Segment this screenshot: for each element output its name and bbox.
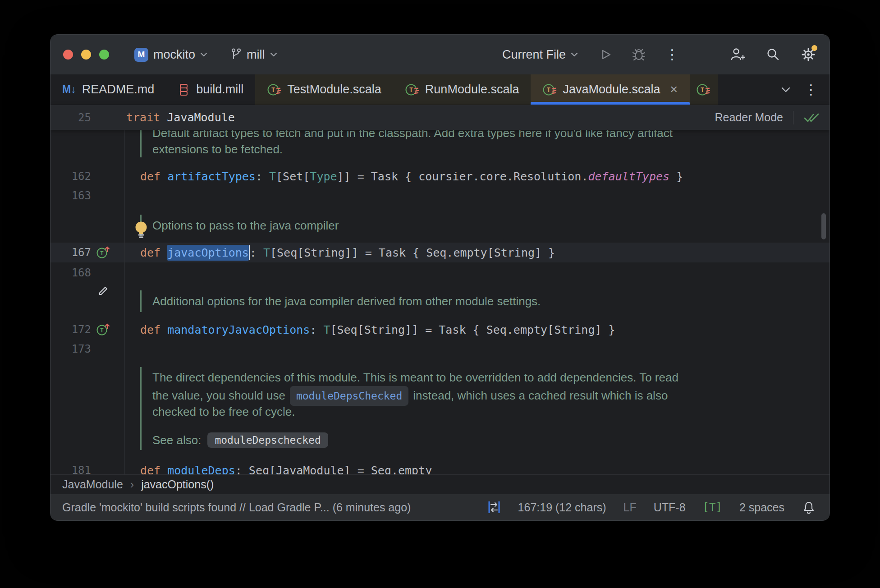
settings-button[interactable] xyxy=(801,47,816,62)
code-chip[interactable]: moduleDepschecked xyxy=(207,432,328,448)
code-line-162: def artifactTypes: T[Set[Type]] = Task {… xyxy=(140,166,683,186)
notification-dot xyxy=(811,45,817,51)
type-token: T xyxy=(323,323,330,336)
keyword-token: def xyxy=(140,464,167,475)
doc-text: instead, which uses a cached result whic… xyxy=(413,389,668,402)
zoom-window-button[interactable] xyxy=(99,50,109,60)
lightbulb-icon[interactable] xyxy=(133,220,149,241)
project-name: mockito xyxy=(153,48,195,62)
code-token: [Seq[String]] = Task { Seq.empty[String]… xyxy=(270,246,555,259)
doc-comment-block: The direct dependencies of this module. … xyxy=(140,367,678,450)
scala-trait-icon: T xyxy=(542,83,557,97)
line-number[interactable]: 172 xyxy=(50,320,91,340)
line-number[interactable]: 181 xyxy=(50,460,91,474)
tab-runmodule[interactable]: T RunModule.scala xyxy=(393,74,531,105)
code-token: : Seq[JavaModule] = Seq.empty xyxy=(235,464,432,475)
code-editor[interactable]: 162 163 167 168 172 173 181 T T Default … xyxy=(50,130,830,474)
line-number[interactable]: 162 xyxy=(50,166,91,186)
tab-build-mill[interactable]: build.mill xyxy=(166,74,255,105)
doc-text: Additional options for the java compiler… xyxy=(152,294,541,308)
status-message[interactable]: Gradle 'mockito' build scripts found // … xyxy=(62,501,411,514)
search-everywhere-button[interactable] xyxy=(765,47,781,62)
override-member-icon[interactable]: T xyxy=(96,245,111,260)
gutter-separator xyxy=(124,130,125,474)
code-token: ]] = Task { coursier.core.Resolution. xyxy=(337,170,588,183)
line-number[interactable]: 163 xyxy=(50,186,91,206)
breadcrumb-item-class[interactable]: JavaModule xyxy=(62,478,123,491)
title-bar: M mockito mill Current File ⋮ xyxy=(50,35,830,74)
doc-comment-block: Additional options for the java compiler… xyxy=(140,290,541,312)
line-number-current[interactable]: 167 xyxy=(50,243,91,262)
function-name-token: moduleDeps xyxy=(167,464,235,475)
tab-label: build.mill xyxy=(196,83,243,96)
ide-window: M mockito mill Current File ⋮ xyxy=(50,35,830,520)
more-actions-button[interactable]: ⋮ xyxy=(665,48,679,61)
highlight-level-widget[interactable]: [T] xyxy=(703,501,722,514)
code-with-me-button[interactable] xyxy=(729,47,746,62)
override-member-icon[interactable]: T xyxy=(96,322,111,337)
traffic-lights xyxy=(63,50,109,60)
tab-label: JavaModule.scala xyxy=(563,83,660,96)
code-token: } xyxy=(669,170,683,183)
vcs-branch-widget[interactable]: mill xyxy=(230,48,277,62)
keyword-token: def xyxy=(140,246,167,259)
svg-text:T: T xyxy=(271,86,275,93)
doc-text: The direct dependencies of this module. … xyxy=(152,369,678,386)
close-tab-icon[interactable]: ✕ xyxy=(670,84,678,96)
divider xyxy=(793,111,793,124)
tab-options-kebab-icon[interactable]: ⋮ xyxy=(804,83,818,96)
bell-icon[interactable] xyxy=(802,500,816,514)
svg-text:T: T xyxy=(701,86,704,93)
keyword-token: def xyxy=(140,323,167,336)
tabbar-controls: ⋮ xyxy=(781,74,830,105)
type-token: T xyxy=(269,170,276,183)
doc-text: extensions to be fetched. xyxy=(152,141,673,157)
double-check-icon[interactable] xyxy=(803,112,820,123)
sticky-scope-header[interactable]: 25 trait JavaModule Reader Mode xyxy=(50,105,830,130)
code-token: : xyxy=(250,246,263,259)
caret-jump-icon[interactable] xyxy=(487,499,501,515)
reader-mode-label[interactable]: Reader Mode xyxy=(715,111,783,124)
indent-widget[interactable]: 2 spaces xyxy=(739,501,784,514)
line-number[interactable]: 173 xyxy=(50,339,91,359)
breadcrumb-item-member[interactable]: javacOptions() xyxy=(141,478,214,491)
type-token: Type xyxy=(310,170,337,183)
code-token: : xyxy=(256,170,269,183)
doc-text: checked to be free of cycle. xyxy=(152,403,678,420)
play-icon xyxy=(599,48,612,61)
doc-text: Default artifact types to fetch and put … xyxy=(152,130,673,141)
caret-position-widget[interactable]: 167:19 (12 chars) xyxy=(518,501,606,514)
markdown-icon: M↓ xyxy=(62,83,76,96)
trait-name-token: JavaModule xyxy=(167,111,235,124)
screenshot-stage: M mockito mill Current File ⋮ xyxy=(0,0,880,588)
tab-partial[interactable]: T xyxy=(690,74,718,105)
run-configuration-selector[interactable]: Current File xyxy=(502,48,578,62)
project-badge: M xyxy=(134,48,148,62)
run-button[interactable] xyxy=(599,48,612,61)
edit-pencil-icon[interactable] xyxy=(96,283,111,299)
editor-tab-bar: M↓ README.md build.mill T TestModule.sca… xyxy=(50,74,830,105)
close-window-button[interactable] xyxy=(63,50,73,60)
debug-button[interactable] xyxy=(631,47,646,62)
editor-scrollbar[interactable] xyxy=(821,213,826,239)
tab-testmodule[interactable]: T TestModule.scala xyxy=(255,74,393,105)
minimize-window-button[interactable] xyxy=(81,50,91,60)
code-link-chip[interactable]: moduleDepsChecked xyxy=(290,386,408,406)
doc-text: Options to pass to the java compiler xyxy=(152,219,339,233)
member-ref-token: defaultTypes xyxy=(588,170,669,183)
tab-readme[interactable]: M↓ README.md xyxy=(50,74,166,105)
project-widget[interactable]: M mockito xyxy=(134,48,207,62)
svg-text:T: T xyxy=(409,86,413,93)
tab-javamodule-active[interactable]: T JavaModule.scala ✕ xyxy=(531,74,690,105)
line-separator-widget[interactable]: LF xyxy=(623,501,637,514)
code-token: [Set[ xyxy=(276,170,310,183)
status-widgets: 167:19 (12 chars) LF UTF-8 [T] 2 spaces xyxy=(487,499,816,515)
keyword-token: def xyxy=(140,170,167,183)
keyword-token: trait xyxy=(126,111,167,124)
tab-label: TestModule.scala xyxy=(287,83,381,96)
code-line-172: def mandatoryJavacOptions: T[Seq[String]… xyxy=(140,320,615,340)
encoding-widget[interactable]: UTF-8 xyxy=(654,501,686,514)
chevron-down-icon[interactable] xyxy=(781,87,791,92)
line-number[interactable]: 168 xyxy=(50,263,91,283)
branch-name: mill xyxy=(247,48,265,62)
